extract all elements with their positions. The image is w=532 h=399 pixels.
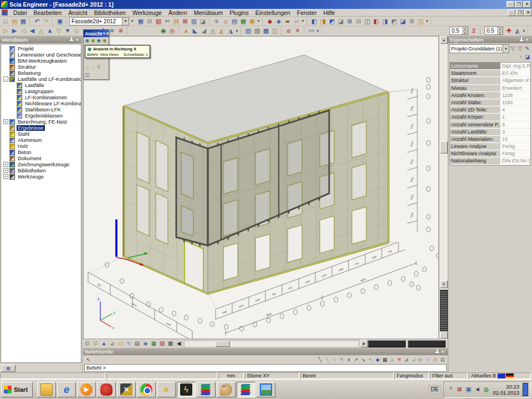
toolbar-group-icon[interactable]: ▩	[262, 27, 270, 35]
snap-icon[interactable]: ☆	[424, 356, 432, 364]
chevron-down-icon[interactable]: ▼	[122, 18, 129, 25]
toolbar-group-icon[interactable]: ◆	[265, 17, 274, 25]
view-preset-button-1[interactable]	[368, 340, 406, 347]
tree-item-ergebnisklassen[interactable]: Ergebnisklassen	[1, 112, 81, 119]
toolbar-group-icon[interactable]: ▣	[248, 17, 257, 25]
tree-item-lastf-lle[interactable]: Lastfälle	[1, 82, 81, 88]
pin-icon[interactable]	[68, 37, 74, 43]
tree-item-lastf-lle-und-lf-kombinationen[interactable]: -Lastfälle und LF-Kombinationen	[1, 76, 81, 82]
view-preset-button-2[interactable]	[408, 340, 446, 347]
snap-icon[interactable]: ▦	[381, 356, 388, 364]
viewport-tool-icon[interactable]: ∅	[91, 340, 100, 347]
taskbar-item-arrows[interactable]: »	[157, 382, 176, 397]
tree-item-linienraster-und-geschosse[interactable]: Linienraster und Geschosse	[1, 52, 81, 58]
status-current[interactable]: Aktuelles B	[469, 372, 531, 379]
toolbar-group-icon[interactable]: ⊞	[407, 17, 416, 25]
menu-werkzeuge[interactable]: Werkzeuge	[129, 9, 165, 16]
tree-item-holz[interactable]: Holz	[1, 143, 81, 149]
tree-expander-icon[interactable]: +	[3, 119, 8, 124]
viewport-tool-icon[interactable]: ⊿	[108, 340, 116, 347]
chevron-down-icon[interactable]: ▼	[425, 19, 429, 23]
toolbar-group-icon[interactable]: ⊞	[345, 17, 354, 25]
menu-fenster[interactable]: Fenster	[294, 9, 320, 16]
taskbar-item-scia-engineer-active[interactable]	[237, 382, 255, 397]
tree-item-aluminium[interactable]: Aluminium	[1, 137, 81, 143]
status-snap-mode[interactable]: Fangmodus	[395, 372, 429, 379]
toolbar-group-icon[interactable]: ▱	[292, 17, 301, 25]
taskbar-item-folder[interactable]	[37, 382, 56, 397]
toolbar-group-icon[interactable]: ◫	[270, 27, 279, 35]
property-row[interactable]: Anzahl Lastfälle:3	[450, 129, 530, 136]
property-row[interactable]: Lineare AnalyseFertig	[450, 143, 530, 150]
restore-button[interactable]: ❐	[515, 1, 523, 8]
tree-item-projekt[interactable]: Projekt	[1, 45, 81, 52]
property-row[interactable]: Anzahl Materialien:10	[450, 136, 530, 143]
view-tool-icon[interactable]: ⌂	[90, 64, 96, 71]
tree-expander-icon[interactable]: +	[3, 168, 8, 173]
taskbar-item-palette[interactable]	[217, 382, 236, 397]
toolbar-group-icon[interactable]: ▭	[307, 27, 316, 35]
tray-icon[interactable]: ▣	[464, 385, 473, 393]
property-tool-icon[interactable]: ◪	[524, 54, 531, 61]
toolbar-group-icon[interactable]: ▲	[182, 27, 191, 35]
selected-frame-left[interactable]	[176, 137, 208, 245]
tree-item-bibliotheken[interactable]: +Bibliotheken	[1, 167, 81, 173]
toolbar-group-icon[interactable]: ◣	[191, 27, 200, 35]
toolbar-group-icon[interactable]: ▤	[172, 17, 181, 25]
toolbar-group-icon[interactable]: ◩	[390, 17, 398, 25]
taskbar-item-media-player[interactable]: ▶	[77, 382, 96, 397]
tree-item-stahlbeton-lfk[interactable]: Stahlbeton-LFK	[1, 106, 81, 112]
property-row[interactable]: NiveauErweitert	[450, 85, 530, 92]
snap-icon[interactable]: ↗	[352, 356, 360, 364]
scroll-up-icon[interactable]: ▲	[440, 36, 448, 44]
tree-item-struktur[interactable]: Struktur	[1, 64, 81, 70]
viewport-tool-icon[interactable]: ◈	[141, 340, 150, 347]
toolbar-icon[interactable]: ▶	[10, 27, 19, 35]
toolbar-icon[interactable]: ▷	[1, 27, 10, 35]
taskbar-item-chrome[interactable]	[137, 382, 156, 397]
toolbar-icon[interactable]: ▽	[54, 27, 63, 35]
property-row[interactable]: LizenznameDipl.-Ing.S.Ryklin STAT...	[450, 63, 530, 70]
vertical-scrollbar[interactable]: ▲ ▼	[439, 36, 448, 339]
close-icon[interactable]: ✕	[106, 31, 109, 37]
toolbar-group-icon[interactable]: ◪	[336, 17, 345, 25]
tree-expander-icon[interactable]: +	[3, 174, 8, 179]
undo-group-icon[interactable]: ↷	[42, 17, 50, 25]
toolbar-group-icon[interactable]: ◮	[226, 27, 235, 35]
property-row[interactable]: Anzahl 2D-Teile:4	[450, 106, 530, 114]
menu-bearbeiten[interactable]: Bearbeiten	[30, 9, 65, 16]
tree-item-belastung[interactable]: Belastung	[1, 70, 81, 76]
panel-tab[interactable]: ▦	[1, 365, 16, 372]
toolbar-group-icon[interactable]: ▦	[239, 17, 248, 25]
viewport-tool-icon[interactable]: ≈	[125, 340, 133, 347]
toolbar-icon[interactable]: ▲	[45, 27, 54, 35]
hscroll-thumb[interactable]	[216, 341, 230, 347]
toolbar-group-icon[interactable]: ▧	[244, 27, 253, 35]
snap-icon[interactable]: ✕	[396, 356, 403, 364]
pin-icon[interactable]	[518, 37, 524, 43]
viewport-tool-icon[interactable]: ▭	[116, 340, 125, 347]
property-row[interactable]: NationalanhangDIN EN NA (Deutschlan...	[450, 157, 530, 165]
show-desktop-button[interactable]	[523, 383, 528, 396]
property-type-combo[interactable]: Projekt-Grunddaten (1) ▼	[449, 44, 509, 53]
toolbar-icon[interactable]: ◁	[19, 27, 28, 35]
taskbar-item-scia-engineer[interactable]	[197, 382, 216, 397]
toolbar-group-icon[interactable]: ◫	[363, 17, 372, 25]
toolbar-icon[interactable]: △	[37, 27, 45, 35]
taskbar-item-hand[interactable]	[97, 382, 116, 397]
tray-icon[interactable]: ◍	[482, 385, 490, 393]
scroll-down-icon[interactable]: ▼	[440, 280, 448, 288]
scroll-right-icon[interactable]: ▶	[360, 340, 368, 347]
mdi-close-button[interactable]: ✕	[524, 9, 532, 16]
toolbar-group-icon[interactable]: ▨	[253, 27, 262, 35]
view-tool-icon[interactable]: B	[96, 64, 102, 71]
property-tool-icon[interactable]: ▽	[509, 45, 516, 53]
viewport-tool-icon[interactable]: ▤	[133, 340, 141, 347]
toolbar-group-icon[interactable]: ◭	[513, 27, 522, 35]
view-direction-icon[interactable]: ◉	[84, 38, 90, 44]
viewport-tool-icon[interactable]: ▨	[158, 340, 166, 347]
toolbar-group-icon[interactable]: ◭	[217, 27, 226, 35]
property-row[interactable]: StaatsnormEC-EN	[450, 70, 530, 77]
tree-item-dokument[interactable]: Dokument	[1, 155, 81, 161]
status-filter[interactable]: Filter aus	[430, 372, 468, 379]
